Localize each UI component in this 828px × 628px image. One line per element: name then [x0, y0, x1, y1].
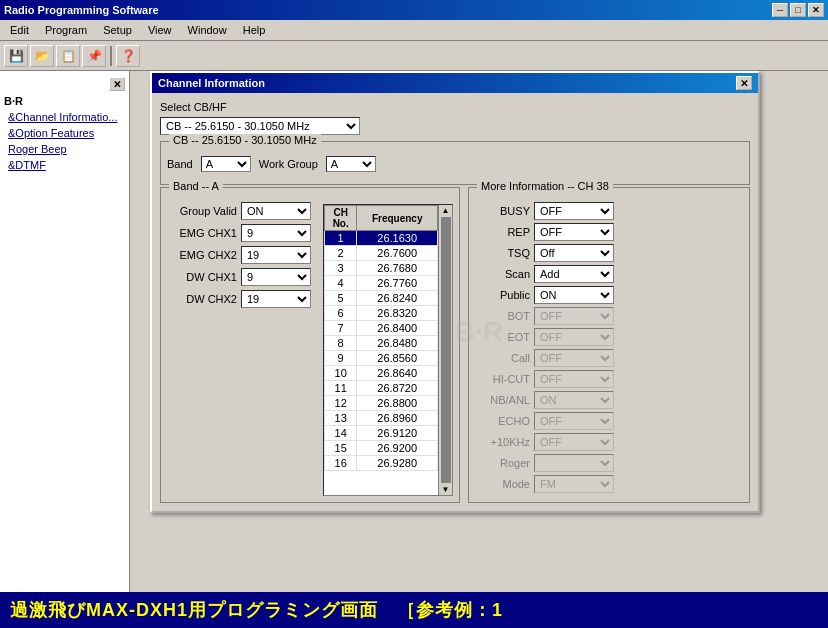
info-panel: More Information -- CH 38 BUSY OFF REP	[468, 187, 750, 503]
sidebar-item-dtmf[interactable]: &DTMF	[0, 157, 129, 173]
toolbar-open-button[interactable]: 📂	[30, 45, 54, 67]
toolbar-copy-button[interactable]: 📋	[56, 45, 80, 67]
busy-select[interactable]: OFF	[534, 202, 614, 220]
main-content: ✕ B·R &Channel Informatio... &Option Fea…	[0, 71, 828, 592]
table-row[interactable]: 1226.8800	[325, 396, 438, 411]
table-row[interactable]: 326.7680	[325, 261, 438, 276]
bot-select: OFF	[534, 307, 614, 325]
dw-chx1-select[interactable]: 9	[241, 268, 311, 286]
title-bar: Radio Programming Software ─ □ ✕	[0, 0, 828, 20]
form-area: Group Valid ON EMG CHX1 9	[167, 202, 311, 308]
sidebar-close-button[interactable]: ✕	[109, 77, 125, 91]
dw-chx2-select[interactable]: 19	[241, 290, 311, 308]
title-bar-buttons: ─ □ ✕	[772, 3, 824, 17]
bot-row: BOT OFF	[475, 307, 743, 325]
table-row[interactable]: 926.8560	[325, 351, 438, 366]
select-cbhf-dropdown[interactable]: CB -- 25.6150 - 30.1050 MHz	[160, 117, 360, 135]
sidebar-item-option-features[interactable]: &Option Features	[0, 125, 129, 141]
eot-select: OFF	[534, 328, 614, 346]
menu-help[interactable]: Help	[237, 22, 272, 38]
table-row[interactable]: 1326.8960	[325, 411, 438, 426]
sidebar-item-roger-beep[interactable]: Roger Beep	[0, 141, 129, 157]
tsq-select[interactable]: Off	[534, 244, 614, 262]
toolbar-save-button[interactable]: 💾	[4, 45, 28, 67]
select-cbhf-label: Select CB/HF	[160, 101, 750, 113]
eot-label: EOT	[475, 331, 530, 343]
busy-row: BUSY OFF	[475, 202, 743, 220]
menu-window[interactable]: Window	[182, 22, 233, 38]
maximize-button[interactable]: □	[790, 3, 806, 17]
menu-edit[interactable]: Edit	[4, 22, 35, 38]
scrollbar-up-button[interactable]: ▲	[442, 206, 450, 215]
table-row[interactable]: 1126.8720	[325, 381, 438, 396]
dialog-body: Select CB/HF CB -- 25.6150 - 30.1050 MHz…	[152, 93, 758, 511]
table-row[interactable]: 1626.9280	[325, 456, 438, 471]
mode-label: Mode	[475, 478, 530, 490]
sidebar-item-channel-info[interactable]: &Channel Informatio...	[0, 109, 129, 125]
table-row[interactable]: 826.8480	[325, 336, 438, 351]
menu-setup[interactable]: Setup	[97, 22, 138, 38]
menu-program[interactable]: Program	[39, 22, 93, 38]
table-row[interactable]: 726.8400	[325, 321, 438, 336]
dialog-title-bar: Channel Information ✕	[152, 73, 758, 93]
emg-chx2-row: EMG CHX2 19	[167, 246, 311, 264]
group-valid-select[interactable]: ON	[241, 202, 311, 220]
freq-table-scrollbar[interactable]: ▲ ▼	[438, 205, 452, 495]
freq-range-title: CB -- 25.6150 - 30.1050 MHz	[169, 134, 321, 146]
freq-table-scroll[interactable]: CHNo. Frequency 126.1630226.7600326.7680…	[324, 205, 438, 495]
public-label: Public	[475, 289, 530, 301]
scrollbar-down-button[interactable]: ▼	[442, 485, 450, 494]
table-row[interactable]: 1526.9200	[325, 441, 438, 456]
table-row[interactable]: 226.7600	[325, 246, 438, 261]
table-row[interactable]: 426.7760	[325, 276, 438, 291]
info-form: BUSY OFF REP OFF	[475, 202, 743, 493]
tsq-label: TSQ	[475, 247, 530, 259]
freq-col-freq: Frequency	[357, 206, 438, 231]
group-valid-row: Group Valid ON	[167, 202, 311, 220]
toolbar-separator	[110, 46, 112, 66]
freq-col-ch: CHNo.	[325, 206, 357, 231]
sidebar: ✕ B·R &Channel Informatio... &Option Fea…	[0, 71, 130, 592]
call-label: Call	[475, 352, 530, 364]
nbanl-select: ON	[534, 391, 614, 409]
scan-row: Scan Add	[475, 265, 743, 283]
nbanl-label: NB/ANL	[475, 394, 530, 406]
plus10khz-select: OFF	[534, 433, 614, 451]
mode-row: Mode FM	[475, 475, 743, 493]
public-row: Public ON	[475, 286, 743, 304]
bot-label: BOT	[475, 310, 530, 322]
toolbar-help-button[interactable]: ❓	[116, 45, 140, 67]
table-row[interactable]: 626.8320	[325, 306, 438, 321]
call-row: Call OFF	[475, 349, 743, 367]
plus10khz-label: +10KHz	[475, 436, 530, 448]
emg-chx2-select[interactable]: 19	[241, 246, 311, 264]
toolbar-pin-button[interactable]: 📌	[82, 45, 106, 67]
dialog-close-button[interactable]: ✕	[736, 76, 752, 90]
nbanl-row: NB/ANL ON	[475, 391, 743, 409]
emg-chx1-select[interactable]: 9	[241, 224, 311, 242]
band-panel-title: Band -- A	[169, 180, 223, 192]
band-select[interactable]: A	[201, 156, 251, 172]
rep-select[interactable]: OFF	[534, 223, 614, 241]
emg-chx1-label: EMG CHX1	[167, 227, 237, 239]
call-select: OFF	[534, 349, 614, 367]
app-window: Radio Programming Software ─ □ ✕ Edit Pr…	[0, 0, 828, 628]
menu-view[interactable]: View	[142, 22, 178, 38]
dialog-title: Channel Information	[158, 77, 265, 89]
freq-table: CHNo. Frequency 126.1630226.7600326.7680…	[324, 205, 438, 471]
sidebar-title: B·R	[0, 93, 129, 109]
table-row[interactable]: 1426.9120	[325, 426, 438, 441]
scan-select[interactable]: Add	[534, 265, 614, 283]
close-button[interactable]: ✕	[808, 3, 824, 17]
workgroup-select[interactable]: A	[326, 156, 376, 172]
emg-chx1-row: EMG CHX1 9	[167, 224, 311, 242]
eot-row: EOT OFF	[475, 328, 743, 346]
table-row[interactable]: 1026.8640	[325, 366, 438, 381]
minimize-button[interactable]: ─	[772, 3, 788, 17]
freq-table-container[interactable]: CHNo. Frequency 126.1630226.7600326.7680…	[323, 204, 453, 496]
plus10khz-row: +10KHz OFF	[475, 433, 743, 451]
table-row[interactable]: 126.1630	[325, 231, 438, 246]
public-select[interactable]: ON	[534, 286, 614, 304]
table-row[interactable]: 526.8240	[325, 291, 438, 306]
roger-select	[534, 454, 614, 472]
